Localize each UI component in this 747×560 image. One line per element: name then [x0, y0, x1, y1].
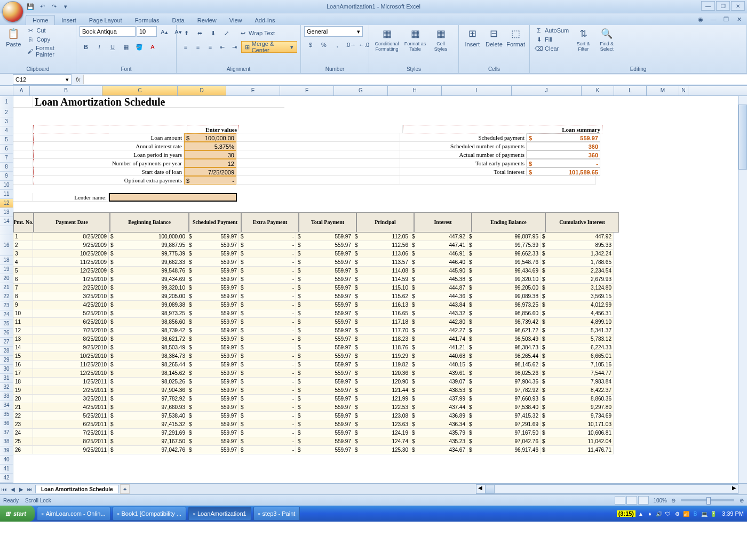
cell[interactable]: $559.97 — [296, 403, 353, 412]
close-button[interactable]: ✕ — [731, 1, 745, 11]
cell[interactable]: $559.97 — [296, 361, 353, 369]
cell[interactable] — [236, 176, 400, 185]
cell[interactable] — [13, 150, 33, 159]
row-header[interactable] — [0, 226, 13, 235]
cell[interactable]: 7/25/2010 — [33, 326, 109, 335]
cell[interactable]: $98,503.49 — [109, 343, 187, 352]
cell[interactable]: $- — [239, 429, 296, 437]
cell[interactable]: $97,042.76 — [467, 437, 541, 446]
cell[interactable]: $- — [239, 318, 296, 326]
cell[interactable]: $2,234.54 — [541, 267, 614, 275]
decrease-decimal-button[interactable]: ←.0 — [357, 39, 370, 51]
cell[interactable]: $8,860.36 — [541, 395, 614, 403]
cell[interactable]: 2/25/2011 — [33, 386, 109, 395]
cell[interactable]: $444.87 — [410, 284, 467, 292]
cell[interactable]: 7/25/2009 — [184, 167, 236, 176]
cell[interactable]: $98,621.72 — [109, 335, 187, 343]
row-header[interactable]: 18 — [0, 256, 13, 265]
cell[interactable]: $559.97 — [296, 284, 353, 292]
clear-button[interactable]: ⌫Clear — [533, 44, 571, 53]
fx-button[interactable]: fx — [73, 75, 84, 84]
cell[interactable]: 21 — [13, 403, 33, 412]
cell[interactable]: $122.53 — [353, 403, 410, 412]
cell[interactable]: 11/25/2009 — [33, 258, 109, 267]
row-header[interactable]: 1 — [0, 96, 13, 108]
cell[interactable]: $- — [239, 352, 296, 361]
cell[interactable]: $98,025.26 — [109, 378, 187, 386]
cell[interactable]: 4/25/2010 — [33, 301, 109, 309]
cell[interactable]: $445.90 — [410, 267, 467, 275]
cell[interactable]: $96,917.46 — [467, 446, 541, 454]
cell[interactable]: 6/25/2010 — [33, 318, 109, 326]
cell[interactable]: $- — [239, 403, 296, 412]
cell[interactable]: $895.33 — [541, 241, 614, 250]
font-size-input[interactable] — [137, 26, 157, 37]
cell[interactable]: 15 — [13, 352, 33, 361]
cell[interactable]: $97,291.69 — [467, 420, 541, 429]
tray-icon[interactable]: ♦ — [646, 510, 654, 517]
cell[interactable]: 6/25/2011 — [33, 420, 109, 429]
cell[interactable]: $114.08 — [353, 267, 410, 275]
row-header[interactable]: 9 — [0, 172, 13, 181]
taskbar-button[interactable]: ▫AimLoan.com - Onlin... — [37, 507, 110, 521]
cell[interactable]: $443.84 — [410, 301, 467, 309]
cell[interactable]: $436.34 — [410, 420, 467, 429]
cell[interactable]: $559.97 — [296, 241, 353, 250]
cell[interactable]: $559.97 — [296, 378, 353, 386]
cell[interactable]: $445.38 — [410, 275, 467, 284]
column-header[interactable]: L — [614, 86, 647, 95]
zoom-thumb[interactable] — [706, 497, 711, 505]
cell[interactable]: $5,341.37 — [541, 326, 614, 335]
tray-icon[interactable]: 🛡 — [664, 510, 672, 517]
cell[interactable]: $- — [239, 258, 296, 267]
doc-close-button[interactable]: ✕ — [734, 14, 744, 24]
cell[interactable]: $118.76 — [353, 343, 410, 352]
tab-view[interactable]: View — [223, 15, 249, 25]
row-header[interactable]: 28 — [0, 347, 13, 356]
cell[interactable]: 3/25/2011 — [33, 395, 109, 403]
find-select-button[interactable]: 🔍Find & Select — [595, 26, 618, 53]
orientation-button[interactable]: ⤢ — [220, 27, 233, 39]
tray-icon[interactable]: 📶 — [682, 510, 690, 517]
cell[interactable]: $99,320.10 — [467, 275, 541, 284]
cell[interactable]: $120.90 — [353, 378, 410, 386]
zoom-level[interactable]: 100% — [653, 498, 667, 503]
cell[interactable]: $441.74 — [410, 335, 467, 343]
cell[interactable]: $97,415.32 — [109, 420, 187, 429]
cell[interactable]: $559.97 — [187, 250, 239, 258]
doc-restore-button[interactable]: ❐ — [721, 14, 731, 24]
cell[interactable]: 16 — [13, 361, 33, 369]
cell[interactable] — [13, 142, 33, 150]
undo-icon[interactable]: ↶ — [37, 2, 47, 11]
cell[interactable]: $439.07 — [410, 378, 467, 386]
align-center-button[interactable]: ≡ — [192, 41, 204, 53]
cell[interactable]: 5.375% — [184, 142, 236, 150]
cell[interactable]: $559.97 — [187, 361, 239, 369]
row-header[interactable]: 12 — [0, 199, 13, 208]
decrease-indent-button[interactable]: ⇤ — [217, 41, 228, 53]
row-header[interactable]: 13 — [0, 208, 13, 217]
cell[interactable]: $559.97 — [187, 335, 239, 343]
cell[interactable]: Actual number of payments — [400, 150, 527, 159]
align-middle-button[interactable]: ⬌ — [193, 27, 206, 39]
cell[interactable]: 7/25/2011 — [33, 429, 109, 437]
cell[interactable]: $117.70 — [353, 326, 410, 335]
cell[interactable]: $440.15 — [410, 361, 467, 369]
format-painter-button[interactable]: 🖌Format Painter — [25, 44, 73, 58]
cell[interactable]: 5 — [13, 267, 33, 275]
cell[interactable]: $- — [239, 378, 296, 386]
cell-styles-button[interactable]: ▦Cell Styles — [429, 26, 452, 53]
sheet-tab[interactable]: Loan Amortization Schedule — [35, 485, 119, 493]
fill-button[interactable]: ⬇Fill — [533, 35, 571, 44]
tray-icon[interactable]: 🔋 — [710, 510, 717, 517]
cell[interactable]: $99,775.39 — [467, 241, 541, 250]
cell[interactable]: $- — [239, 369, 296, 378]
cell[interactable]: 25 — [13, 437, 33, 446]
cell[interactable]: $99,434.69 — [109, 275, 187, 284]
cell[interactable]: Loan Amortization Schedule — [33, 96, 284, 108]
cell[interactable]: $438.53 — [410, 386, 467, 395]
cell[interactable]: $559.97 — [187, 378, 239, 386]
cell[interactable]: $1,788.65 — [541, 258, 614, 267]
tab-data[interactable]: Data — [165, 15, 190, 25]
column-header[interactable]: A — [13, 86, 30, 95]
